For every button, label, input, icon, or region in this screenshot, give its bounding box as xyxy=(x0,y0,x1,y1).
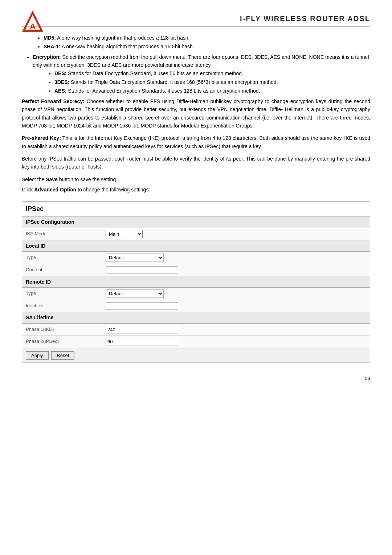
encryption-label: Encryption: xyxy=(33,54,61,60)
svg-text:A: A xyxy=(30,22,36,31)
ipsec-title: IPSec xyxy=(22,202,370,217)
sa-lifetime-header: SA Lifetime xyxy=(22,312,370,323)
remote-identifier-label: Identifier xyxy=(26,302,106,310)
preshared-desc: This is for the Internet Key Exchange (I… xyxy=(22,135,370,149)
remote-id-header: Remote ID xyxy=(22,276,370,288)
ipsec-buttons-row: Apply Reset xyxy=(22,348,370,362)
des-item: DES: Stands for Data Encryption Standard… xyxy=(54,69,370,77)
hash-list: MD5: A one-way hashing algorithm that pr… xyxy=(44,34,370,51)
remote-type-label: Type xyxy=(26,290,106,297)
local-content-input[interactable] xyxy=(106,266,178,274)
md5-label: MD5: xyxy=(44,35,56,41)
remote-type-row: Type Default IP Domain Name Email xyxy=(22,288,370,300)
local-content-value[interactable] xyxy=(106,266,366,274)
remote-identifier-input[interactable] xyxy=(106,302,178,310)
aes-item: AES: Stands for Advanced Encryption Stan… xyxy=(54,87,370,95)
pfs-paragraph: Perfect Forward Secrecy: Choose whether … xyxy=(22,97,370,130)
local-type-label: Type xyxy=(26,254,106,262)
local-type-value[interactable]: Default IP Domain Name Email xyxy=(106,254,366,262)
sha1-label: SHA-1: xyxy=(44,44,61,49)
phase1-value[interactable] xyxy=(106,325,366,333)
header-title: I-FLY WIRELESS ROUTER ADSL xyxy=(240,15,370,23)
phase1-label: Phase 1(IKE) xyxy=(26,326,106,333)
ike-mode-label: IKE Mode xyxy=(26,230,106,238)
phase2-value[interactable] xyxy=(106,337,366,345)
md5-item: MD5: A one-way hashing algorithm that pr… xyxy=(44,34,370,42)
remote-type-select[interactable]: Default IP Domain Name Email xyxy=(106,289,164,298)
pfs-label: Perfect Forward Secrecy: xyxy=(22,98,85,104)
des3-label: 3DES: xyxy=(54,79,69,85)
preshared-label: Pre-shared Key: xyxy=(22,135,61,141)
encryption-desc: Select the encryption method from the pu… xyxy=(33,54,369,68)
phase2-input[interactable] xyxy=(106,338,178,345)
save-note: Select the Save button to save the setti… xyxy=(22,175,370,183)
page-number: 53 xyxy=(365,376,370,381)
phase2-label: Phase 2(IPSec) xyxy=(26,338,106,345)
page-header: A I-FLY WIRELESS ROUTER ADSL xyxy=(22,15,370,27)
md5-desc: A one-way hashing algorithm that produce… xyxy=(56,35,189,41)
phase1-input[interactable] xyxy=(106,326,178,333)
sha1-desc: A one-way hashing algorithm that produce… xyxy=(61,44,194,49)
sha1-item: SHA-1: A one-way hashing algorithm that … xyxy=(44,42,370,50)
ipsec-section: IPSec IPSec Configuration IKE Mode Main … xyxy=(22,201,370,363)
local-type-row: Type Default IP Domain Name Email xyxy=(22,252,370,264)
local-content-label: Content xyxy=(26,266,106,274)
encryption-outer-list: Encryption: Select the encryption method… xyxy=(33,53,370,95)
local-content-row: Content xyxy=(22,264,370,276)
preshared-note: Before any IPSec traffic can be passed, … xyxy=(22,155,370,171)
logo: A xyxy=(22,11,44,34)
encryption-item: Encryption: Select the encryption method… xyxy=(33,53,370,95)
des3-desc: Stands for Triple Data Encryption Standa… xyxy=(69,79,278,85)
phase1-row: Phase 1(IKE) xyxy=(22,324,370,336)
phase2-row: Phase 2(IPSec) xyxy=(22,336,370,348)
ike-mode-value[interactable]: Main Aggressive xyxy=(106,230,366,238)
reset-button[interactable]: Reset xyxy=(51,351,74,360)
aes-label: AES: xyxy=(54,88,66,94)
ike-mode-select[interactable]: Main Aggressive xyxy=(106,230,142,238)
local-type-select[interactable]: Default IP Domain Name Email xyxy=(106,254,164,262)
remote-type-value[interactable]: Default IP Domain Name Email xyxy=(106,289,366,298)
preshared-paragraph: Pre-shared Key: This is for the Internet… xyxy=(22,134,370,150)
ipsec-config-header: IPSec Configuration xyxy=(22,216,370,228)
des-desc: Stands for Data Encryption Standard, it … xyxy=(66,70,243,76)
remote-identifier-row: Identifier xyxy=(22,300,370,312)
des-label: DES: xyxy=(54,70,66,76)
remote-identifier-value[interactable] xyxy=(106,302,366,310)
local-id-header: Local ID xyxy=(22,240,370,252)
apply-button[interactable]: Apply xyxy=(26,351,49,360)
des3-item: 3DES: Stands for Triple Data Encryption … xyxy=(54,78,370,86)
advanced-note: Click Advanced Option to change the foll… xyxy=(22,186,370,194)
aes-desc: Stands for Advanced Encryption Standards… xyxy=(66,88,260,94)
ike-mode-row: IKE Mode Main Aggressive xyxy=(22,228,370,240)
encryption-sub-list: DES: Stands for Data Encryption Standard… xyxy=(54,69,370,95)
main-content: MD5: A one-way hashing algorithm that pr… xyxy=(22,34,370,363)
